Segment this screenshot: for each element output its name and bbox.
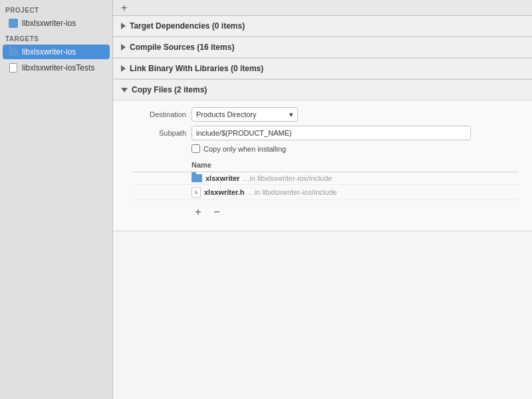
phase-copy-files-header[interactable]: Copy Files (2 items) (113, 80, 532, 100)
sidebar-item-target-1-label: libxlsxwriter-iosTests (22, 63, 94, 72)
phase-compile-sources-title: Compile Sources (16 items) (130, 43, 234, 52)
phase-compile-sources: Compile Sources (16 items) (113, 37, 532, 59)
copy-when-installing-checkbox[interactable] (192, 144, 200, 153)
header-file-icon: h (192, 187, 201, 198)
folder-icon (192, 174, 202, 182)
collapse-triangle-link-binary (121, 65, 126, 72)
add-phase-button[interactable]: + (118, 3, 130, 13)
collapse-triangle-target-dependencies (121, 23, 126, 29)
top-bar: + (113, 0, 532, 16)
destination-label: Destination (133, 110, 186, 118)
file-path-1: …in libxlsxwriter-ios/include (247, 188, 337, 196)
action-buttons: + − (133, 200, 519, 224)
phase-target-dependencies: Target Dependencies (0 items) (113, 16, 532, 37)
content-area: Target Dependencies (0 items) Compile So… (113, 16, 532, 399)
files-table: Name xlsxwriter …in libxlsxwriter-ios/in… (133, 158, 519, 200)
collapse-triangle-compile-sources (121, 44, 126, 51)
files-table-header: Name (133, 158, 519, 172)
destination-value: Products Directory (196, 110, 256, 118)
collapse-triangle-copy-files (121, 88, 128, 92)
targets-section-label: TARGETS (0, 31, 112, 44)
sidebar-item-project[interactable]: libxlsxwriter-ios (3, 16, 110, 31)
subpath-input[interactable] (192, 126, 471, 140)
checkbox-row: Copy only when installing (133, 144, 519, 153)
phase-copy-files-body: Destination Products Directory ▾ Subpath… (113, 100, 532, 231)
name-column-header: Name (192, 161, 211, 169)
subpath-row: Subpath (133, 126, 519, 140)
copy-when-installing-label: Copy only when installing (203, 145, 286, 153)
dropdown-arrow-icon: ▾ (289, 110, 293, 119)
table-row[interactable]: xlsxwriter …in libxlsxwriter-ios/include (133, 172, 519, 185)
phase-copy-files-title: Copy Files (2 items) (132, 85, 207, 94)
destination-dropdown[interactable]: Products Directory ▾ (192, 107, 298, 122)
destination-row: Destination Products Directory ▾ (133, 107, 519, 122)
phase-link-binary-header[interactable]: Link Binary With Libraries (0 items) (113, 59, 532, 79)
target-0-icon (8, 47, 19, 57)
subpath-label: Subpath (133, 129, 186, 137)
file-name-1: xlsxwriter.h (204, 188, 245, 196)
sidebar: PROJECT libxlsxwriter-ios TARGETS libxls… (0, 0, 113, 399)
project-icon (8, 18, 19, 29)
phase-compile-sources-header[interactable]: Compile Sources (16 items) (113, 37, 532, 58)
add-file-button[interactable]: + (192, 205, 205, 219)
phase-link-binary: Link Binary With Libraries (0 items) (113, 59, 532, 80)
phase-link-binary-title: Link Binary With Libraries (0 items) (130, 64, 263, 73)
sidebar-item-target-1[interactable]: libxlsxwriter-iosTests (3, 61, 110, 75)
file-path-0: …in libxlsxwriter-ios/include (242, 174, 332, 182)
remove-file-button[interactable]: − (210, 205, 223, 219)
sidebar-item-target-0-label: libxlsxwriter-ios (22, 47, 76, 57)
file-name-0: xlsxwriter (205, 174, 239, 182)
sidebar-item-project-label: libxlsxwriter-ios (22, 19, 76, 28)
target-1-icon (8, 63, 19, 73)
table-row[interactable]: h xlsxwriter.h …in libxlsxwriter-ios/inc… (133, 185, 519, 200)
phase-target-dependencies-title: Target Dependencies (0 items) (130, 21, 245, 31)
phase-copy-files: Copy Files (2 items) Destination Product… (113, 80, 532, 231)
phase-target-dependencies-header[interactable]: Target Dependencies (0 items) (113, 16, 532, 37)
main-content: + Target Dependencies (0 items) Compile … (113, 0, 532, 399)
project-section-label: PROJECT (0, 3, 112, 15)
sidebar-item-target-0[interactable]: libxlsxwriter-ios (3, 45, 110, 59)
